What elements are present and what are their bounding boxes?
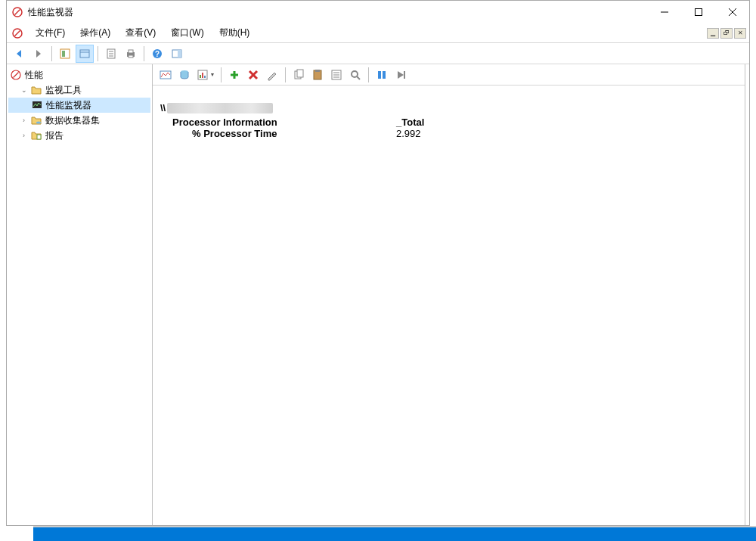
svg-line-7 — [15, 30, 20, 36]
menu-file[interactable]: 文件(F) — [28, 23, 73, 42]
copy-button[interactable] — [290, 67, 307, 83]
report-data-row: % Processor Time 2.992 — [169, 128, 737, 139]
delete-counter-button[interactable] — [245, 67, 262, 83]
svg-rect-9 — [62, 51, 65, 57]
host-name-redacted — [167, 103, 273, 113]
expander-collapse-icon[interactable]: ⌄ — [19, 86, 29, 95]
taskbar[interactable] — [33, 527, 756, 541]
tree-node-reports[interactable]: › 报告 — [8, 128, 150, 143]
svg-line-1 — [15, 10, 20, 15]
report-host-line: \\ — [160, 102, 737, 113]
update-data-button[interactable] — [392, 67, 409, 83]
svg-rect-17 — [129, 50, 133, 53]
menu-action[interactable]: 操作(A) — [73, 23, 118, 42]
menu-help[interactable]: 帮助(H) — [212, 23, 258, 42]
doc-app-icon — [11, 27, 23, 39]
tree-pane[interactable]: 性能 ⌄ 监视工具 性能监视器 › 数据收集器集 — [7, 64, 153, 525]
report-counter-value: 2.992 — [396, 128, 487, 139]
show-hide-tree-button[interactable] — [56, 45, 74, 63]
folder-icon — [30, 84, 42, 96]
main-toolbar: ? — [7, 43, 749, 64]
report-header-row: Processor Information _Total — [169, 117, 737, 128]
svg-rect-22 — [178, 50, 181, 58]
host-prefix: \\ — [160, 102, 166, 113]
body-area: 性能 ⌄ 监视工具 性能监视器 › 数据收集器集 — [7, 64, 749, 525]
properties-button[interactable] — [328, 67, 345, 83]
report-group-label: Processor Information — [169, 117, 396, 128]
menubar: 文件(F) 操作(A) 查看(V) 窗口(W) 帮助(H) ▁ 🗗 ✕ — [7, 23, 749, 43]
tree-root-performance[interactable]: 性能 — [8, 67, 150, 82]
app-icon — [11, 6, 23, 18]
svg-line-47 — [357, 76, 360, 79]
main-window: 性能监视器 文件(F) 操作(A) 查看(V) 窗口(W) 帮助(H) ▁ 🗗 … — [6, 0, 750, 526]
content-pane: ▼ — [153, 64, 745, 525]
mdi-restore-button[interactable]: 🗗 — [720, 28, 733, 39]
tree-reports-label: 报告 — [45, 129, 64, 142]
tree-node-monitoring-tools[interactable]: ⌄ 监视工具 — [8, 82, 150, 98]
svg-point-26 — [36, 122, 41, 124]
svg-point-46 — [352, 71, 358, 77]
expander-expand-icon[interactable]: › — [19, 131, 29, 141]
svg-rect-18 — [129, 55, 133, 58]
mdi-controls: ▁ 🗗 ✕ — [707, 28, 749, 39]
view-current-activity-button[interactable] — [157, 67, 174, 83]
svg-rect-31 — [200, 75, 201, 78]
titlebar: 性能监视器 — [7, 1, 749, 23]
svg-rect-32 — [202, 73, 203, 78]
folder-report-icon — [30, 129, 42, 141]
tree-root-label: 性能 — [25, 69, 43, 82]
menu-view[interactable]: 查看(V) — [118, 23, 163, 42]
svg-rect-27 — [37, 135, 41, 139]
minimize-button[interactable] — [647, 1, 681, 23]
show-hide-action-pane-button[interactable] — [168, 45, 186, 63]
svg-line-24 — [14, 73, 19, 78]
back-button[interactable] — [10, 45, 28, 63]
folder-db-icon — [30, 114, 42, 126]
svg-rect-33 — [204, 76, 206, 78]
freeze-display-button[interactable] — [373, 67, 390, 83]
svg-rect-39 — [297, 70, 303, 77]
svg-text:?: ? — [155, 50, 160, 58]
tree-node-collector-sets[interactable]: › 数据收集器集 — [8, 113, 150, 128]
svg-rect-41 — [315, 70, 320, 72]
monitor-icon — [31, 99, 43, 111]
mdi-minimize-button[interactable]: ▁ — [707, 28, 719, 39]
report-table: Processor Information _Total % Processor… — [169, 117, 737, 139]
paste-button[interactable] — [309, 67, 326, 83]
perfmon-icon — [10, 69, 22, 81]
report-view: \\ Processor Information _Total % Proces… — [153, 86, 745, 525]
mdi-close-button[interactable]: ✕ — [734, 28, 746, 39]
tree-collector-sets-label: 数据收集器集 — [45, 114, 100, 127]
chevron-down-icon: ▼ — [210, 72, 215, 77]
forward-button[interactable] — [29, 45, 48, 63]
report-counter-label: % Processor Time — [169, 128, 396, 139]
help-button[interactable]: ? — [148, 45, 166, 63]
export-list-button[interactable] — [102, 45, 120, 63]
zoom-button[interactable] — [347, 67, 364, 83]
report-instance-label: _Total — [396, 117, 487, 128]
change-graph-type-button[interactable]: ▼ — [195, 67, 216, 83]
print-button[interactable] — [122, 45, 140, 63]
maximize-button[interactable] — [681, 1, 715, 23]
content-toolbar: ▼ — [153, 64, 745, 86]
tree-monitoring-tools-label: 监视工具 — [45, 84, 82, 97]
add-counter-button[interactable] — [226, 67, 243, 83]
svg-rect-3 — [695, 9, 702, 16]
svg-rect-28 — [160, 71, 171, 79]
tree-node-perf-monitor[interactable]: 性能监视器 — [8, 98, 150, 113]
svg-rect-48 — [378, 71, 381, 79]
view-log-data-button[interactable] — [176, 67, 193, 83]
tree-perf-monitor-label: 性能监视器 — [46, 99, 91, 112]
svg-rect-49 — [383, 71, 386, 79]
properties-button[interactable] — [76, 45, 94, 63]
close-button[interactable] — [715, 1, 749, 23]
expander-expand-icon[interactable]: › — [19, 116, 29, 126]
menu-window[interactable]: 窗口(W) — [163, 23, 211, 42]
window-title: 性能监视器 — [28, 6, 73, 19]
highlight-button[interactable] — [264, 67, 280, 83]
svg-rect-10 — [80, 50, 89, 58]
